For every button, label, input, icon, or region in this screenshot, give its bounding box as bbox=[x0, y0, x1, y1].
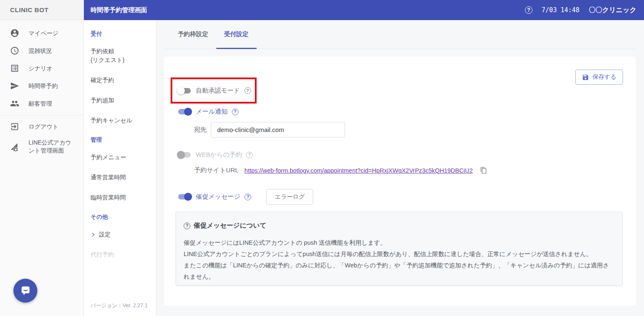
topbar-right: ? 7/03 14:48 〇〇クリニック bbox=[525, 6, 636, 15]
chat-widget-button[interactable] bbox=[13, 279, 37, 303]
list-icon bbox=[10, 64, 19, 73]
sidebar-item-line-admin[interactable]: LINE公式アカウント管理画面 bbox=[0, 135, 83, 158]
app-window: CLINIC BOT 時間帯予約管理画面 ? 7/03 14:48 〇〇クリニッ… bbox=[0, 0, 644, 316]
topbar: 時間帯予約管理画面 ? 7/03 14:48 〇〇クリニック bbox=[84, 0, 644, 20]
info-box-line: 催促メッセージにはLINE公式アカウントの push 送信機能を利用します。 bbox=[184, 237, 614, 249]
reminder-label: 催促メッセージ bbox=[196, 193, 240, 201]
reminder-row: 催促メッセージ ? エラーログ bbox=[178, 189, 313, 205]
save-icon bbox=[582, 74, 589, 81]
info-box-line: またこの機能は「LINEからの確定予約」のみに対応し、「Webからの予約」や「予… bbox=[184, 260, 614, 282]
submenu-item-proxy-booking: 代行予約 bbox=[91, 250, 156, 259]
chevron-right-icon bbox=[91, 232, 96, 237]
highlight-red-box: 自動承認モード ? bbox=[171, 78, 257, 104]
submenu-heading-other: その他 bbox=[91, 213, 156, 221]
people-icon bbox=[10, 99, 19, 108]
submenu-heading-management: 管理 bbox=[91, 136, 156, 144]
logout-icon bbox=[10, 122, 19, 131]
sidebar-item-mypage[interactable]: マイページ bbox=[0, 24, 83, 42]
sidebar-item-congestion[interactable]: 混雑状況 bbox=[0, 42, 83, 60]
reminder-toggle[interactable] bbox=[178, 194, 191, 199]
toggle-thumb bbox=[177, 151, 185, 159]
info-help-icon: ? bbox=[184, 223, 190, 229]
sidebar-item-label: 時間帯予約 bbox=[29, 82, 58, 90]
sidebar-item-label: LINE公式アカウント管理画面 bbox=[29, 139, 75, 155]
booking-url-row: 予約サイトURL https://web-form.botlogy.com/ap… bbox=[194, 166, 487, 174]
sidebar-item-customers[interactable]: 顧客管理 bbox=[0, 95, 83, 112]
auto-approve-row: 自動承認モード ? bbox=[178, 87, 251, 95]
clock-display: 7/03 14:48 bbox=[542, 6, 579, 14]
auto-approve-label: 自動承認モード bbox=[196, 87, 240, 95]
recipient-row: 宛先 bbox=[194, 122, 345, 137]
icon-sidebar: マイページ 混雑状況 シナリオ 時間帯予約 顧客管理 ログアウト LINE公式ア… bbox=[0, 20, 84, 316]
toggle-thumb bbox=[184, 193, 192, 201]
help-icon[interactable]: ? bbox=[525, 6, 532, 14]
submenu-item-confirmed-booking[interactable]: 確定予約 bbox=[91, 76, 156, 85]
submenu-item-temporary-hours[interactable]: 臨時営業時間 bbox=[91, 193, 156, 202]
submenu-item-add-booking[interactable]: 予約追加 bbox=[91, 96, 156, 105]
tab-bar: 予約枠設定 受付設定 bbox=[164, 20, 636, 49]
sidebar-item-label: 混雑状況 bbox=[29, 47, 52, 55]
send-icon bbox=[10, 81, 19, 91]
recipient-label: 宛先 bbox=[194, 126, 207, 134]
page-title: 時間帯予約管理画面 bbox=[91, 6, 147, 14]
info-box-line: LINE公式アカウントごとのプランによってpush送信には月毎の配信上限数があり… bbox=[184, 249, 614, 260]
header: CLINIC BOT 時間帯予約管理画面 ? 7/03 14:48 〇〇クリニッ… bbox=[0, 0, 644, 20]
auto-approve-help-icon[interactable]: ? bbox=[244, 87, 251, 94]
reminder-help-icon[interactable]: ? bbox=[244, 194, 251, 200]
logo-box: CLINIC BOT bbox=[0, 0, 84, 20]
submenu-item-booking-menu[interactable]: 予約メニュー bbox=[91, 153, 156, 162]
mail-notify-help-icon[interactable]: ? bbox=[232, 109, 239, 115]
info-box-title-row: ? 催促メッセージについて bbox=[184, 221, 614, 230]
save-button[interactable]: 保存する bbox=[575, 70, 623, 85]
web-booking-row: WEBからの予約 ? bbox=[178, 151, 253, 159]
submenu-item-regular-hours[interactable]: 通常営業時間 bbox=[91, 173, 156, 182]
app-logo: CLINIC BOT bbox=[10, 6, 49, 13]
sidebar-divider bbox=[0, 115, 83, 115]
booking-url-label: 予約サイトURL bbox=[194, 166, 239, 174]
error-log-button[interactable]: エラーログ bbox=[266, 189, 313, 205]
recipient-input[interactable] bbox=[211, 122, 345, 137]
mail-notify-label: メール通知 bbox=[196, 108, 228, 116]
person-circle-icon bbox=[10, 28, 19, 38]
submenu-sidebar: 受付 予約依頼 (リクエスト) 確定予約 予約追加 予約キャンセル 管理 予約メ… bbox=[84, 20, 156, 316]
main-content: 予約枠設定 受付設定 保存する 自動承認モード ? メール通知 ? bbox=[156, 20, 644, 316]
web-booking-help-icon[interactable]: ? bbox=[246, 152, 253, 158]
sidebar-item-label: マイページ bbox=[29, 29, 58, 37]
booking-url-link[interactable]: https://web-form.botlogy.com/appointment… bbox=[244, 167, 473, 174]
auto-approve-toggle[interactable] bbox=[178, 88, 191, 93]
tab-reception-settings[interactable]: 受付設定 bbox=[216, 20, 257, 49]
mail-notify-row: メール通知 ? bbox=[178, 108, 239, 116]
chat-bubble-icon bbox=[19, 285, 32, 297]
web-booking-toggle[interactable] bbox=[178, 152, 191, 158]
toggle-thumb bbox=[184, 108, 192, 116]
sidebar-item-label: 顧客管理 bbox=[29, 100, 52, 108]
submenu-item-settings[interactable]: 設定 bbox=[91, 230, 156, 239]
version-label: バージョン：Ver. 2.27.1 bbox=[91, 302, 148, 309]
sidebar-item-scenario[interactable]: シナリオ bbox=[0, 60, 83, 77]
tab-booking-slots[interactable]: 予約枠設定 bbox=[170, 20, 216, 49]
info-box-title: 催促メッセージについて bbox=[194, 221, 266, 230]
sidebar-item-label: ログアウト bbox=[29, 123, 59, 131]
clock-icon bbox=[10, 46, 19, 55]
toggle-thumb bbox=[177, 87, 185, 95]
sidebar-item-logout[interactable]: ログアウト bbox=[0, 118, 83, 135]
account-name[interactable]: 〇〇クリニック bbox=[589, 6, 636, 15]
copy-icon[interactable] bbox=[480, 167, 487, 174]
submenu-item-cancel-booking[interactable]: 予約キャンセル bbox=[91, 116, 156, 125]
web-booking-label: WEBからの予約 bbox=[196, 151, 242, 159]
mail-notify-toggle[interactable] bbox=[178, 109, 191, 114]
submenu-heading-reception: 受付 bbox=[91, 30, 156, 38]
submenu-item-booking-request[interactable]: 予約依頼 (リクエスト) bbox=[91, 47, 156, 65]
settings-card: 保存する 自動承認モード ? メール通知 ? 宛先 bbox=[164, 57, 636, 306]
sidebar-item-time-booking[interactable]: 時間帯予約 bbox=[0, 77, 83, 95]
line-settings-icon bbox=[10, 142, 19, 151]
sidebar-item-label: シナリオ bbox=[29, 65, 52, 73]
reminder-info-box: ? 催促メッセージについて 催促メッセージにはLINE公式アカウントの push… bbox=[176, 212, 623, 285]
